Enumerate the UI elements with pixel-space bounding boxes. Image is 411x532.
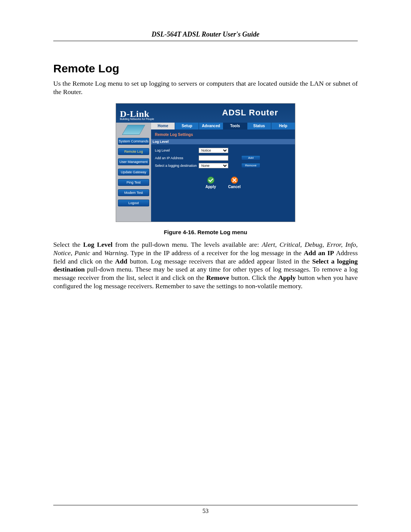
add-ip-input[interactable]	[199, 155, 228, 161]
tab-status[interactable]: Status	[247, 123, 271, 129]
footer-rule	[53, 505, 358, 505]
panel-heading: Remote Log Settings	[155, 133, 291, 137]
sidebar-item-ping-test[interactable]: Ping Test	[118, 179, 149, 186]
apply-label: Apply	[206, 185, 216, 189]
tabs: Home Setup Advanced Tools Status Help	[151, 123, 295, 129]
figure-caption: Figure 4-16. Remote Log menu	[53, 229, 358, 235]
tab-help[interactable]: Help	[271, 123, 295, 129]
check-icon	[207, 176, 215, 184]
description-paragraph: Select the Log Level from the pull-down …	[53, 241, 358, 291]
tab-tools[interactable]: Tools	[223, 123, 247, 129]
apply-button[interactable]: Apply	[206, 176, 216, 189]
router-banner: D-Link Building Networks for People ADSL…	[116, 104, 295, 123]
section-title: Remote Log	[53, 62, 358, 75]
sidebar-item-update-gateway[interactable]: Update Gateway	[118, 169, 149, 176]
row-add-ip: Add an IP Address Add	[155, 154, 291, 162]
figure-remote-log: D-Link Building Networks for People ADSL…	[53, 103, 358, 222]
sidebar-item-remote-log[interactable]: Remote Log	[118, 148, 149, 155]
add-button[interactable]: Add	[241, 155, 260, 160]
tab-advanced[interactable]: Advanced	[199, 123, 223, 129]
brand-tagline: Building Networks for People	[120, 118, 154, 120]
sidebar-item-logout[interactable]: Logout	[118, 200, 149, 206]
log-level-select[interactable]: Notice	[199, 148, 228, 153]
panel-subheading: Log Level	[151, 139, 295, 144]
select-dest-label: Select a logging destination	[155, 164, 199, 168]
tab-setup[interactable]: Setup	[175, 123, 199, 129]
cancel-button[interactable]: Cancel	[228, 176, 241, 189]
sidebar: System Commands Remote Log User Manageme…	[116, 123, 151, 222]
brand-logo: D-Link	[120, 109, 150, 119]
router-screenshot: D-Link Building Networks for People ADSL…	[116, 103, 295, 222]
select-dest-select[interactable]: None	[199, 163, 228, 168]
sidebar-item-modem-test[interactable]: Modem Test	[118, 189, 149, 196]
add-ip-label: Add an IP Address	[155, 156, 199, 160]
sidebar-item-user-management[interactable]: User Management	[118, 158, 149, 165]
log-level-label: Log Level	[155, 149, 199, 152]
device-icon	[122, 125, 145, 135]
row-log-level: Log Level Notice	[155, 147, 291, 154]
svg-point-0	[207, 177, 214, 184]
page-number: 53	[0, 508, 411, 514]
main-panel: Home Setup Advanced Tools Status Help Re…	[151, 123, 295, 222]
intro-paragraph: Us the Remote Log menu to set up logging…	[53, 80, 358, 96]
sidebar-item-system-commands[interactable]: System Commands	[118, 138, 149, 145]
row-select-destination: Select a logging destination None Remove	[155, 162, 291, 169]
remove-button[interactable]: Remove	[241, 163, 260, 168]
cancel-label: Cancel	[228, 185, 241, 189]
close-icon	[231, 176, 238, 184]
banner-title: ADSL Router	[222, 108, 290, 118]
tab-home[interactable]: Home	[151, 123, 175, 129]
doc-header: DSL-564T ADSL Router User's Guide	[53, 30, 358, 41]
